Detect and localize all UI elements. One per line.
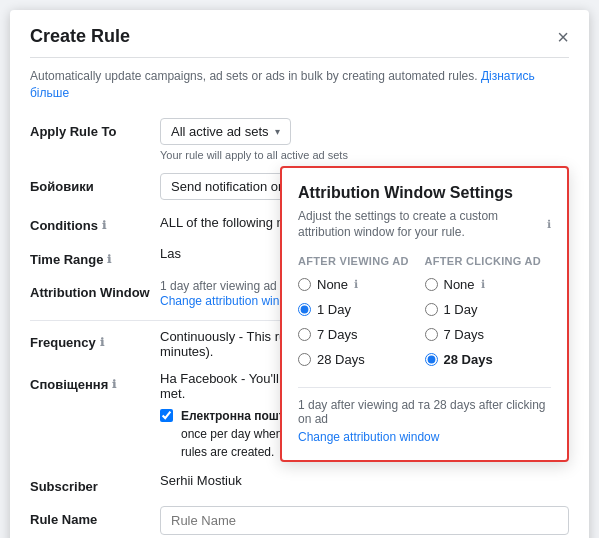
popup-col1: AFTER VIEWING AD None ℹ 1 Day 7 Da <box>298 255 425 377</box>
click-28days-radio[interactable] <box>425 353 438 366</box>
frequency-info-icon: ℹ <box>100 336 104 349</box>
apply-hint: Your rule will apply to all active ad se… <box>160 149 569 161</box>
popup-columns: AFTER VIEWING AD None ℹ 1 Day 7 Da <box>298 255 551 377</box>
view-28days-radio[interactable] <box>298 353 311 366</box>
view-1day-option[interactable]: 1 Day <box>298 302 425 317</box>
click-7days-radio[interactable] <box>425 328 438 341</box>
view-none-option[interactable]: None ℹ <box>298 277 425 292</box>
modal-header: Create Rule × <box>30 26 569 58</box>
click-28days-option[interactable]: 28 Days <box>425 352 552 367</box>
modal-title: Create Rule <box>30 26 130 47</box>
popup-title: Attribution Window Settings <box>298 184 551 202</box>
conditions-label: Conditions ℹ <box>30 212 160 233</box>
click-none-radio[interactable] <box>425 278 438 291</box>
view-none-radio[interactable] <box>298 278 311 291</box>
apply-rule-label: Apply Rule To <box>30 118 160 139</box>
popup-result: 1 day after viewing ad та 28 days after … <box>298 387 551 444</box>
subscriber-value: Serhii Mostiuk <box>160 473 242 488</box>
view-7days-radio[interactable] <box>298 328 311 341</box>
view-7days-option[interactable]: 7 Days <box>298 327 425 342</box>
time-range-label: Time Range ℹ <box>30 246 160 267</box>
conditions-info-icon: ℹ <box>102 219 106 232</box>
subscriber-label: Subscriber <box>30 473 160 494</box>
col1-header: AFTER VIEWING AD <box>298 255 425 267</box>
chevron-down-icon: ▾ <box>275 126 280 137</box>
create-rule-modal: Create Rule × Automatically update campa… <box>10 10 589 538</box>
click-7days-option[interactable]: 7 Days <box>425 327 552 342</box>
apply-rule-row: Apply Rule To All active ad sets ▾ Your … <box>30 118 569 161</box>
rule-name-input[interactable] <box>160 506 569 535</box>
time-range-info-icon: ℹ <box>107 253 111 266</box>
subscriber-content: Serhii Mostiuk <box>160 473 569 488</box>
none-info-icon: ℹ <box>354 278 358 291</box>
rule-name-label: Rule Name <box>30 506 160 527</box>
frequency-label: Frequency ℹ <box>30 329 160 350</box>
notification-label: Сповіщення ℹ <box>30 371 160 392</box>
change-attribution-link[interactable]: Change attribution window <box>298 430 551 444</box>
view-1day-radio[interactable] <box>298 303 311 316</box>
attribution-window-popup: Attribution Window Settings Adjust the s… <box>280 166 569 463</box>
email-checkbox[interactable] <box>160 409 173 422</box>
rule-name-row: Rule Name <box>30 506 569 535</box>
apply-rule-select[interactable]: All active ad sets ▾ <box>160 118 291 145</box>
popup-description: Adjust the settings to create a custom a… <box>298 208 551 242</box>
close-button[interactable]: × <box>557 27 569 47</box>
click-none-info-icon: ℹ <box>481 278 485 291</box>
popup-col2: AFTER CLICKING AD None ℹ 1 Day 7 D <box>425 255 552 377</box>
col2-header: AFTER CLICKING AD <box>425 255 552 267</box>
subscriber-row: Subscriber Serhii Mostiuk <box>30 473 569 494</box>
view-28days-option[interactable]: 28 Days <box>298 352 425 367</box>
attribution-label: Attribution Window <box>30 279 160 300</box>
rule-name-content <box>160 506 569 535</box>
click-1day-option[interactable]: 1 Day <box>425 302 552 317</box>
notification-info-icon: ℹ <box>112 378 116 391</box>
modal-subtitle: Automatically update campaigns, ad sets … <box>30 68 569 102</box>
apply-rule-content: All active ad sets ▾ Your rule will appl… <box>160 118 569 161</box>
click-1day-radio[interactable] <box>425 303 438 316</box>
popup-info-icon: ℹ <box>547 217 551 232</box>
click-none-option[interactable]: None ℹ <box>425 277 552 292</box>
adsets-label: Бойовики <box>30 173 160 194</box>
